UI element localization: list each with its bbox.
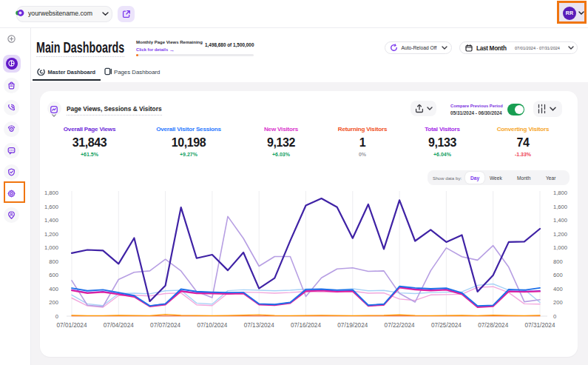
svg-text:200: 200 bbox=[553, 299, 563, 306]
svg-text:400: 400 bbox=[553, 286, 563, 292]
svg-text:07/22/2024: 07/22/2024 bbox=[385, 322, 415, 329]
svg-text:800: 800 bbox=[49, 258, 58, 265]
svg-text:07/13/2024: 07/13/2024 bbox=[244, 322, 274, 329]
svg-text:600: 600 bbox=[553, 272, 563, 278]
svg-text:07/04/2024: 07/04/2024 bbox=[104, 322, 134, 329]
svg-text:07/10/2024: 07/10/2024 bbox=[197, 322, 227, 329]
svg-text:1,600: 1,600 bbox=[553, 204, 567, 210]
svg-text:1,600: 1,600 bbox=[44, 204, 58, 210]
svg-text:800: 800 bbox=[553, 258, 563, 265]
svg-text:07/01/2024: 07/01/2024 bbox=[57, 322, 87, 329]
svg-text:07/16/2024: 07/16/2024 bbox=[291, 322, 321, 329]
svg-text:07/31/2024: 07/31/2024 bbox=[525, 322, 555, 329]
svg-text:07/28/2024: 07/28/2024 bbox=[478, 322, 508, 329]
svg-text:1,400: 1,400 bbox=[553, 217, 567, 224]
svg-text:1,400: 1,400 bbox=[44, 217, 58, 224]
svg-text:07/25/2024: 07/25/2024 bbox=[431, 322, 462, 329]
svg-text:1,200: 1,200 bbox=[553, 231, 567, 238]
svg-text:1,200: 1,200 bbox=[44, 231, 58, 238]
svg-text:07/07/2024: 07/07/2024 bbox=[150, 322, 180, 329]
svg-text:1,800: 1,800 bbox=[44, 190, 58, 196]
svg-text:1,000: 1,000 bbox=[44, 244, 58, 251]
svg-text:200: 200 bbox=[49, 299, 58, 306]
svg-text:07/19/2024: 07/19/2024 bbox=[337, 322, 368, 329]
svg-text:0: 0 bbox=[553, 313, 556, 320]
svg-text:1,800: 1,800 bbox=[553, 190, 567, 196]
svg-text:1,000: 1,000 bbox=[553, 244, 567, 251]
svg-text:400: 400 bbox=[49, 286, 58, 292]
svg-text:0: 0 bbox=[55, 313, 58, 320]
svg-text:600: 600 bbox=[49, 272, 58, 278]
